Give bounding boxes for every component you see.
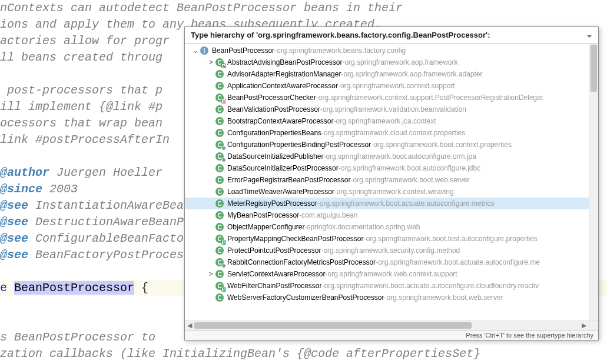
class-name: ConfigurationPropertiesBeans [227,129,321,137]
class-name: WebServerFactoryCustomizerBeanPostProces… [227,293,384,302]
class-icon [215,235,224,243]
tree-row[interactable]: ErrorPageRegistrarBeanPostProcessor - or… [185,174,589,186]
class-name: ServletContextAwareProcessor [227,270,326,278]
class-icon [215,105,224,113]
tree-row[interactable]: LoadTimeWeaverAwareProcessor - org.sprin… [185,186,589,198]
tree-row[interactable]: ⌄BeanPostProcessor - org.springframework… [185,45,589,56]
tree-row[interactable]: WebFilterChainPostProcessor - org.spring… [185,280,589,292]
popup-footer: Press 'Ctrl+T' to see the supertype hier… [185,330,598,340]
class-package: com.atguigu.bean [301,211,357,219]
class-icon [215,211,224,219]
class-name: AbstractAdvisingBeanPostProcessor [227,58,342,66]
horizontal-scrollbar[interactable]: ◀ ▶ [185,320,589,330]
class-name: RabbitConnectionFactoryMetricsPostProces… [227,258,376,266]
class-name: DataSourceInitializedPublisher [227,152,323,161]
tree-row[interactable]: PropertyMappingCheckBeanPostProcessor - … [185,233,589,245]
class-name: MeterRegistryPostProcessor [227,199,317,208]
class-package: org.springframework.boot.web.server [353,176,469,184]
class-icon [215,282,224,290]
tree-row[interactable]: BootstrapContextAwareProcessor - org.spr… [185,115,589,127]
class-package: org.springframework.jca.context [336,117,436,125]
class-package: org.springframework.validation.beanvalid… [323,105,466,113]
scroll-left-icon[interactable]: ◀ [185,322,194,329]
popup-title: Type hierarchy of 'org.springframework.b… [191,31,490,39]
class-icon [215,188,224,196]
hierarchy-tree[interactable]: ⌄BeanPostProcessor - org.springframework… [185,44,598,330]
scroll-right-icon[interactable]: ▶ [579,322,589,329]
code-line[interactable]: nContexts can autodetect BeanPostProcess… [0,0,607,16]
class-package: org.springframework.aop.framework [344,58,457,66]
class-icon [215,129,224,137]
class-icon [215,176,224,184]
class-icon [215,258,224,266]
interface-icon [200,46,208,55]
class-icon [215,70,224,78]
class-icon [215,117,224,125]
class-name: ConfigurationPropertiesBindingPostProces… [227,141,371,149]
tree-row[interactable]: AdvisorAdapterRegistrationManager - org.… [185,68,589,80]
tree-row[interactable]: BeanPostProcessorChecker - org.springfra… [185,92,589,103]
expander-icon[interactable]: ⌄ [191,46,200,55]
class-package: org.springframework.security.config.meth… [323,246,460,255]
tree-row[interactable]: BeanValidationPostProcessor - org.spring… [185,103,589,115]
tree-row[interactable]: WebServerFactoryCustomizerBeanPostProces… [185,292,589,303]
class-name: WebFilterChainPostProcessor [227,282,322,290]
class-package: org.springframework.context.weaving [337,188,454,196]
class-icon [215,152,224,161]
class-package: org.springframework.cloud.context.proper… [324,129,465,137]
class-icon [215,199,224,208]
class-package: org.springframework.context.support.Post… [319,93,543,102]
tree-row[interactable]: MyBeanPostProcessor - com.atguigu.bean [185,209,589,221]
tree-row[interactable]: RabbitConnectionFactoryMetricsPostProces… [185,256,589,268]
horizontal-scroll-thumb[interactable] [194,322,472,329]
class-package: org.springframework.boot.actuate.autocon… [378,258,540,266]
class-package: org.springframework.boot.autoconfigure.o… [326,152,476,161]
class-name: ObjectMapperConfigurer [227,223,304,231]
class-name: ErrorPageRegistrarBeanPostProcessor [227,176,350,184]
class-icon [215,164,224,172]
class-package: springfox.documentation.spring.web [307,223,420,231]
class-icon [215,270,224,278]
class-name: DataSourceInitializerPostProcessor [227,164,339,172]
class-name: BeanValidationPostProcessor [227,105,320,113]
tree-row[interactable]: ApplicationContextAwareProcessor - org.s… [185,80,589,92]
tree-row[interactable]: DataSourceInitializedPublisher - org.spr… [185,151,589,162]
class-package: org.springframework.boot.web.server [387,293,503,302]
class-name: ProtectPointcutPostProcessor [227,246,321,255]
dropdown-icon[interactable] [586,32,592,38]
class-icon [215,246,224,255]
tree-row[interactable]: ConfigurationPropertiesBeans - org.sprin… [185,127,589,139]
tree-row[interactable]: ConfigurationPropertiesBindingPostProces… [185,139,589,151]
expander-icon[interactable]: > [206,58,215,66]
class-package: org.springframework.boot.actuate.autocon… [324,282,539,290]
class-icon [215,223,224,231]
tree-row[interactable]: ObjectMapperConfigurer - springfox.docum… [185,221,589,233]
class-package: org.springframework.beans.factory.config [277,46,406,55]
popup-title-bar: Type hierarchy of 'org.springframework.b… [185,27,598,44]
class-name: BootstrapContextAwareProcessor [227,117,334,125]
class-package: org.springframework.web.context.support [328,270,457,278]
tree-row[interactable]: >AbstractAdvisingBeanPostProcessor - org… [185,56,589,68]
vertical-scrollbar[interactable] [589,44,598,320]
class-name: LoadTimeWeaverAwareProcessor [227,188,334,196]
tree-row[interactable]: DataSourceInitializerPostProcessor - org… [185,162,589,174]
class-name: ApplicationContextAwareProcessor [227,82,338,90]
class-package: org.springframework.boot.actuate.autocon… [320,199,495,208]
class-icon [215,58,224,66]
class-name: BeanPostProcessor [212,46,274,55]
class-icon [215,293,224,302]
class-package: org.springframework.boot.context.propert… [373,141,512,149]
class-icon [215,93,224,102]
class-package: org.springframework.context.support [340,82,455,90]
tree-row[interactable]: MeterRegistryPostProcessor - org.springf… [185,198,589,209]
class-name: PropertyMappingCheckBeanPostProcessor [227,235,363,243]
class-name: AdvisorAdapterRegistrationManager [227,70,341,78]
code-line[interactable]: zation callbacks (like InitializingBean'… [0,346,607,362]
vertical-scroll-thumb[interactable] [591,45,597,92]
scroll-corner [589,320,598,330]
class-package: org.springframework.boot.autoconfigure.j… [341,164,480,172]
tree-row[interactable]: >ServletContextAwareProcessor - org.spri… [185,268,589,280]
tree-row[interactable]: ProtectPointcutPostProcessor - org.sprin… [185,245,589,256]
class-name: BeanPostProcessorChecker [227,93,316,102]
expander-icon[interactable]: > [206,270,215,278]
